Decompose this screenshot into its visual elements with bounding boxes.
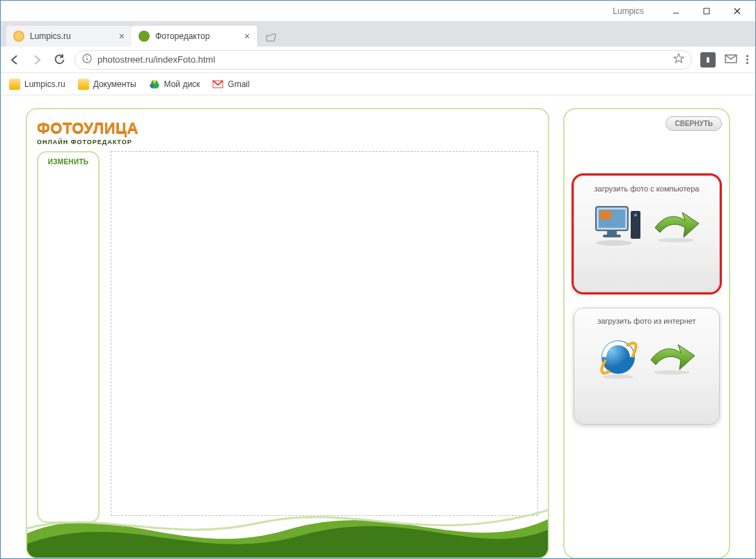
folder-icon <box>9 79 20 90</box>
browser-tab-strip: Lumpics.ru × Фоторедактор × <box>1 22 755 47</box>
svg-rect-16 <box>600 211 611 219</box>
nav-back-button[interactable] <box>8 53 22 67</box>
clear-button[interactable]: ОЧИСТИТЬ <box>40 531 97 555</box>
svg-point-25 <box>654 370 690 375</box>
tab-title: Фоторедактор <box>155 31 239 41</box>
nav-forward-button[interactable] <box>30 53 44 67</box>
photoeditor-favicon <box>139 31 150 42</box>
upload-computer-label: загрузить фото с компьютера <box>594 184 700 193</box>
upload-from-internet-card[interactable]: загрузить фото из интернет <box>574 308 720 425</box>
tab-title: Lumpics.ru <box>30 31 113 41</box>
editor-main-panel: ФОТОУЛИЦА ОНЛАЙН ФОТОРЕДАКТОР ИЗМЕНИТЬ О… <box>26 108 549 559</box>
svg-rect-18 <box>603 235 621 237</box>
window-titlebar: Lumpics <box>1 1 755 22</box>
collapse-button[interactable]: СВЕРНУТЬ <box>666 116 722 131</box>
upload-internet-illustration <box>597 336 696 382</box>
svg-rect-8 <box>707 59 709 63</box>
window-app-label: Lumpics <box>613 6 644 16</box>
arrow-right-icon <box>647 340 696 378</box>
folder-icon <box>78 79 89 90</box>
monitor-icon <box>593 204 645 250</box>
browser-menu-button[interactable] <box>746 55 748 64</box>
gmail-icon <box>212 79 223 90</box>
bookmark-drive[interactable]: Мой диск <box>149 79 200 90</box>
svg-point-22 <box>658 238 694 242</box>
extension-badge[interactable] <box>700 52 716 68</box>
svg-point-6 <box>86 56 88 57</box>
address-bar[interactable]: photostreet.ru/indexFoto.html <box>74 50 692 70</box>
bookmark-documents[interactable]: Документы <box>78 79 136 90</box>
svg-rect-1 <box>704 8 709 14</box>
svg-point-21 <box>596 240 632 246</box>
upload-from-computer-card[interactable]: загрузить фото с компьютера <box>574 175 720 292</box>
arrow-right-icon <box>652 208 700 246</box>
bookmark-label: Lumpics.ru <box>24 79 65 89</box>
mail-icon[interactable] <box>724 52 738 68</box>
bookmark-label: Документы <box>93 79 136 89</box>
page-content: ФОТОУЛИЦА ОНЛАЙН ФОТОРЕДАКТОР ИЗМЕНИТЬ О… <box>1 95 755 559</box>
app-logo: ФОТОУЛИЦА <box>37 119 139 137</box>
new-tab-button[interactable] <box>262 30 279 47</box>
drive-icon <box>149 79 160 90</box>
upload-computer-illustration <box>593 204 700 250</box>
nav-reload-button[interactable] <box>52 53 66 67</box>
upload-internet-label: загрузить фото из интернет <box>597 317 695 325</box>
app-logo-subtitle: ОНЛАЙН ФОТОРЕДАКТОР <box>37 139 139 145</box>
bookmarks-bar: Lumpics.ru Документы Мой диск Gmail <box>1 73 755 95</box>
window-minimize-button[interactable] <box>661 1 691 21</box>
right-upload-panel: СВЕРНУТЬ загрузить фото с компьютера <box>563 108 730 559</box>
ie-globe-icon <box>597 336 640 382</box>
bookmark-label: Gmail <box>228 79 249 89</box>
left-tool-column: ИЗМЕНИТЬ ОЧИСТИТЬ <box>37 151 100 558</box>
tool-change-panel[interactable]: ИЗМЕНИТЬ <box>37 151 100 523</box>
bookmark-label: Мой диск <box>164 79 200 89</box>
svg-point-20 <box>634 214 637 216</box>
tab-close-icon[interactable]: × <box>119 31 125 42</box>
tab-lumpics[interactable]: Lumpics.ru × <box>6 26 132 47</box>
window-maximize-button[interactable] <box>691 1 722 21</box>
lumpics-favicon <box>13 31 24 42</box>
tab-close-icon[interactable]: × <box>244 31 250 42</box>
tab-photoeditor[interactable]: Фоторедактор × <box>132 26 257 47</box>
window-close-button[interactable] <box>722 1 753 21</box>
photo-canvas[interactable] <box>111 151 538 516</box>
browser-nav-bar: photostreet.ru/indexFoto.html <box>1 47 755 73</box>
bookmark-lumpics[interactable]: Lumpics.ru <box>9 79 65 90</box>
svg-rect-17 <box>607 230 617 235</box>
url-text: photostreet.ru/indexFoto.html <box>97 54 668 65</box>
bookmark-gmail[interactable]: Gmail <box>212 79 249 90</box>
svg-point-24 <box>603 375 633 379</box>
bookmark-star-icon[interactable] <box>673 53 684 66</box>
site-info-icon[interactable] <box>82 54 92 65</box>
tool-change-label: ИЗМЕНИТЬ <box>38 158 98 166</box>
